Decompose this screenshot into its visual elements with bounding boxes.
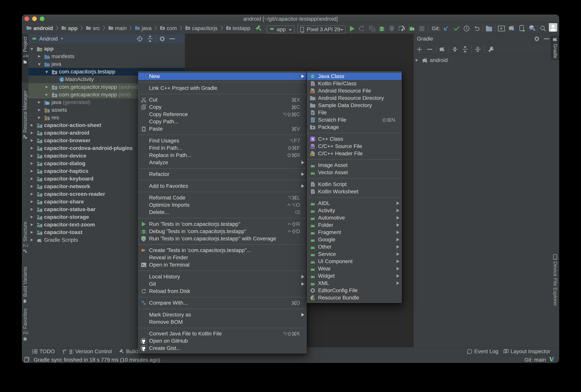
svg-text:C++: C++ bbox=[310, 146, 314, 148]
svg-text:H: H bbox=[311, 153, 312, 155]
svg-text:S: S bbox=[312, 137, 314, 141]
svg-text:C: C bbox=[60, 78, 63, 82]
svg-text:<>: <> bbox=[311, 91, 314, 93]
svg-text:A: A bbox=[362, 28, 364, 32]
svg-text:C: C bbox=[311, 74, 314, 78]
